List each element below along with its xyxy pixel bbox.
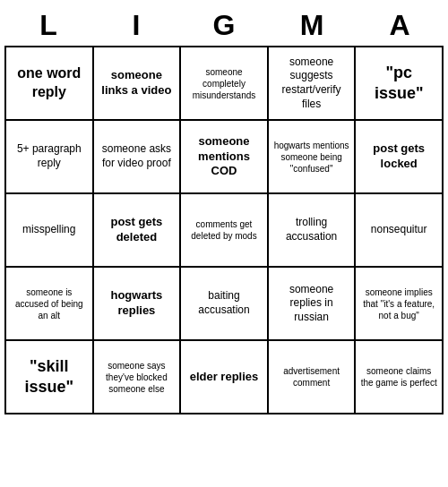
bingo-cell-21: someone says they've blocked someone els… (94, 341, 182, 414)
bingo-cell-10: misspelling (6, 194, 94, 268)
header-letter: I (92, 5, 180, 46)
bingo-cell-17: baiting accusation (181, 268, 269, 341)
bingo-cell-16: hogwarts replies (94, 268, 182, 341)
bingo-cell-14: nonsequitur (356, 194, 444, 268)
bingo-cell-6: someone asks for video proof (94, 121, 182, 194)
bingo-cell-24: someone claims the game is perfect (356, 341, 444, 414)
bingo-cell-4: "pc issue" (356, 47, 444, 121)
header-letter: G (180, 5, 268, 46)
bingo-cell-1: someone links a video (94, 47, 182, 121)
bingo-cell-12: comments get deleted by mods (181, 194, 269, 268)
bingo-cell-13: trolling accusation (269, 194, 357, 268)
header-letter: L (4, 5, 92, 46)
bingo-cell-9: post gets locked (356, 121, 444, 194)
bingo-cell-3: someone suggests restart/verify files (269, 47, 357, 121)
bingo-cell-8: hogwarts mentions someone being "confuse… (269, 121, 357, 194)
bingo-cell-15: someone is accused of being an alt (6, 268, 94, 341)
bingo-cell-18: someone replies in russian (269, 268, 357, 341)
header-letter: M (268, 5, 356, 46)
bingo-cell-22: elder replies (181, 341, 269, 414)
bingo-grid: one word replysomeone links a videosomeo… (4, 46, 444, 414)
bingo-cell-5: 5+ paragraph reply (6, 121, 94, 194)
bingo-cell-7: someone mentions COD (181, 121, 269, 194)
bingo-cell-2: someone completely misunderstands (181, 47, 269, 121)
bingo-card: LIGMA one word replysomeone links a vide… (4, 5, 444, 414)
bingo-cell-0: one word reply (6, 47, 94, 121)
header-letter: A (356, 5, 444, 46)
bingo-cell-23: advertisement comment (269, 341, 357, 414)
header-row: LIGMA (4, 5, 444, 46)
bingo-cell-19: someone implies that "it's a feature, no… (356, 268, 444, 341)
bingo-cell-11: post gets deleted (94, 194, 182, 268)
bingo-cell-20: "skill issue" (6, 341, 94, 414)
